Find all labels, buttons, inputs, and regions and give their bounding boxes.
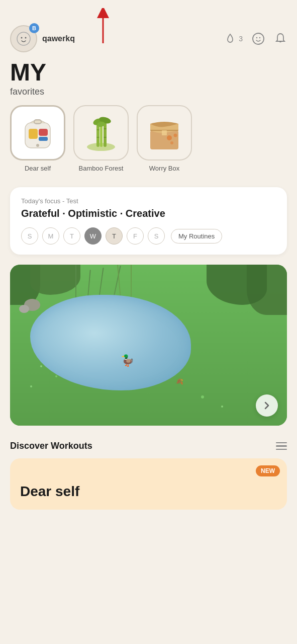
worry-box-icon-box[interactable] [137, 105, 192, 160]
svg-rect-9 [39, 129, 48, 136]
bamboo-forest-icon-box[interactable] [73, 105, 129, 160]
discover-section: Discover Workouts NEW Dear self [0, 436, 297, 518]
bamboo-forest-label: Bamboo Forest [79, 165, 124, 172]
my-heading: MY [10, 60, 46, 85]
dear-self-icon [18, 113, 58, 153]
svg-point-27 [170, 141, 173, 144]
dear-self-card-title: Dear self [20, 484, 277, 500]
bell-icon [274, 32, 287, 45]
mood-icon [252, 32, 265, 45]
dear-self-discover-card[interactable]: NEW Dear self [10, 458, 287, 510]
fav-bamboo-forest[interactable]: Bamboo Forest [73, 105, 129, 172]
dear-self-label: Dear self [25, 165, 51, 172]
fav-dear-self[interactable]: Dear self [10, 105, 65, 172]
svg-point-3 [25, 37, 27, 39]
menu-line-3 [276, 449, 287, 450]
day-thursday[interactable]: T [106, 227, 123, 245]
drops-counter[interactable]: 3 [224, 32, 243, 45]
avatar-wrap[interactable]: B [10, 25, 37, 52]
svg-rect-10 [39, 137, 48, 141]
day-sunday[interactable]: S [21, 227, 38, 245]
day-saturday[interactable]: S [148, 227, 165, 245]
focus-card: Today's focus - Test Grateful · Optimist… [10, 187, 287, 255]
user-badge: B [29, 23, 39, 33]
worry-box-label: Worry Box [149, 165, 179, 172]
drop-icon [224, 32, 237, 45]
garden-scene: 🦆 🍂 [10, 265, 287, 426]
svg-point-2 [21, 37, 23, 39]
new-badge: NEW [256, 465, 280, 476]
menu-line-2 [276, 445, 287, 447]
svg-rect-23 [104, 137, 107, 138]
bamboo-forest-icon [82, 114, 120, 152]
menu-icon-button[interactable] [276, 442, 287, 450]
svg-point-5 [256, 37, 257, 38]
svg-point-1 [17, 32, 30, 45]
menu-line-1 [276, 442, 287, 444]
mood-button[interactable] [252, 32, 265, 45]
svg-point-6 [259, 37, 260, 38]
favorites-row: Dear self [10, 105, 287, 172]
notification-button[interactable] [274, 32, 287, 45]
favorites-subheading: favorites [10, 87, 287, 97]
focus-subtitle: Today's focus - Test [21, 197, 276, 205]
chevron-right-icon [262, 401, 271, 410]
username-label: qawerkq [42, 34, 219, 43]
svg-rect-21 [96, 137, 100, 138]
svg-rect-29 [162, 130, 167, 135]
focus-title: Grateful · Optimistic · Creative [21, 208, 276, 219]
my-routines-button[interactable]: My Routines [171, 229, 222, 244]
duck-character: 🦆 [121, 354, 134, 367]
days-row: S M T W T F S My Routines [21, 227, 276, 245]
svg-point-11 [36, 144, 39, 147]
svg-point-26 [174, 134, 177, 137]
svg-rect-20 [96, 129, 100, 130]
garden-next-button[interactable] [256, 394, 278, 417]
svg-rect-22 [104, 128, 107, 129]
header-icons: 3 [224, 32, 287, 45]
day-monday[interactable]: M [42, 227, 59, 245]
my-favorites-section: MY favorites [0, 60, 297, 182]
day-tuesday[interactable]: T [63, 227, 80, 245]
app-header: B qawerkq 3 [0, 0, 297, 60]
discover-title: Discover Workouts [10, 441, 92, 451]
svg-rect-15 [100, 124, 103, 147]
drops-count: 3 [239, 35, 243, 43]
svg-point-25 [167, 135, 172, 140]
day-wednesday[interactable]: W [84, 227, 102, 245]
fav-worry-box[interactable]: Worry Box [137, 105, 192, 172]
avatar-icon [17, 32, 31, 46]
svg-rect-8 [29, 129, 38, 139]
worry-box-icon [144, 113, 184, 153]
svg-point-4 [253, 33, 264, 44]
day-friday[interactable]: F [127, 227, 144, 245]
discover-header: Discover Workouts [10, 441, 287, 451]
dear-self-icon-box[interactable] [10, 105, 65, 160]
